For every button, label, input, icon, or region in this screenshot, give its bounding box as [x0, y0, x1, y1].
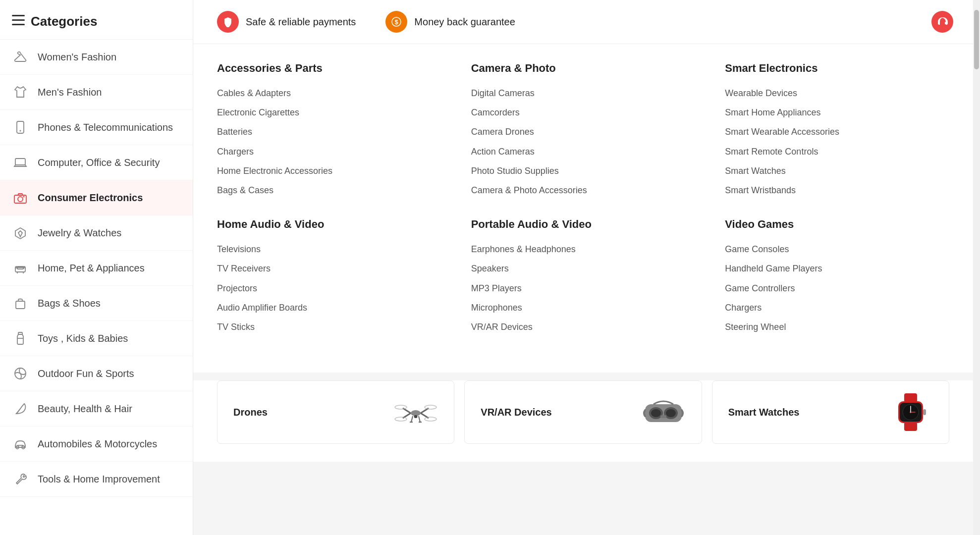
promo-card-title-smart-watches: Smart Watches [728, 407, 800, 418]
category-link[interactable]: MP3 Players [471, 279, 696, 298]
sidebar-item-label: Automobiles & Motorcycles [38, 438, 157, 450]
hanger-icon [12, 49, 29, 65]
ball-icon [12, 365, 29, 382]
section-title-camera: Camera & Photo [471, 62, 696, 75]
category-link[interactable]: Electronic Cigarettes [217, 103, 441, 122]
svg-rect-2 [12, 24, 25, 25]
svg-rect-1 [12, 19, 25, 21]
money-back-icon: $ [385, 11, 407, 33]
sidebar-item-phones-telecom[interactable]: Phones & Telecommunications [0, 110, 193, 145]
category-link[interactable]: Earphones & Headphones [471, 240, 696, 259]
svg-point-31 [425, 417, 436, 421]
vr-image [641, 395, 686, 429]
category-link[interactable]: Action Cameras [471, 142, 696, 161]
category-link[interactable]: Microphones [471, 298, 696, 318]
svg-point-8 [23, 196, 25, 198]
section-title-smart-electronics: Smart Electronics [725, 62, 949, 75]
category-link[interactable]: Game Consoles [725, 240, 949, 259]
category-link[interactable]: Digital Cameras [471, 84, 696, 103]
categories-column-2: Camera & Photo Digital Cameras Camcorder… [471, 62, 696, 355]
category-link[interactable]: Home Electronic Accessories [217, 161, 441, 181]
promo-card-vr-ar[interactable]: VR/AR Devices [464, 380, 702, 444]
category-link[interactable]: Camcorders [471, 103, 696, 122]
camera-icon [12, 189, 29, 206]
category-link[interactable]: Batteries [217, 122, 441, 142]
categories-grid: Accessories & Parts Cables & Adapters El… [217, 62, 949, 355]
category-link[interactable]: Bags & Cases [217, 181, 441, 200]
bottle-icon [12, 330, 29, 347]
svg-rect-5 [15, 159, 25, 165]
sidebar-item-consumer-electronics[interactable]: Consumer Electronics [0, 180, 193, 215]
svg-point-41 [666, 409, 676, 417]
sidebar-item-computer-office[interactable]: Computer, Office & Security [0, 145, 193, 180]
promo-card-smart-watches[interactable]: Smart Watches [712, 380, 949, 444]
category-link[interactable]: Camera & Photo Accessories [471, 181, 696, 200]
category-link[interactable]: Speakers [471, 259, 696, 278]
svg-rect-22 [945, 22, 946, 24]
svg-point-28 [395, 405, 407, 409]
sidebar-item-label: Women's Fashion [38, 52, 116, 63]
sidebar-title: Categories [31, 14, 97, 29]
category-link[interactable]: Chargers [725, 298, 949, 318]
category-link[interactable]: Photo Studio Supplies [471, 161, 696, 181]
svg-rect-44 [904, 422, 917, 431]
scrollbar-thumb[interactable] [974, 10, 979, 69]
category-link[interactable]: TV Sticks [217, 318, 441, 337]
bag-icon [12, 295, 29, 312]
sidebar-item-jewelry-watches[interactable]: Jewelry & Watches [0, 215, 193, 251]
category-link[interactable]: Wearable Devices [725, 84, 949, 103]
sidebar-item-home-pet-appliances[interactable]: Home, Pet & Appliances [0, 251, 193, 286]
banner-safe-payments: Safe & reliable payments [217, 11, 356, 33]
phone-icon [12, 119, 29, 136]
category-section-home-audio: Home Audio & Video Televisions TV Receiv… [217, 218, 441, 337]
category-link[interactable]: Smart Watches [725, 161, 949, 181]
sidebar-item-toys-kids-babies[interactable]: Toys , Kids & Babies [0, 321, 193, 356]
sidebar-item-womens-fashion[interactable]: Women's Fashion [0, 40, 193, 75]
sidebar-item-beauty-health-hair[interactable]: Beauty, Health & Hair [0, 391, 193, 427]
laptop-icon [12, 154, 29, 171]
promo-cards: Drones [193, 380, 973, 462]
headset-icon[interactable] [931, 11, 953, 33]
svg-marker-10 [18, 231, 22, 237]
promo-card-title-drones: Drones [233, 407, 268, 418]
category-link[interactable]: Game Controllers [725, 279, 949, 298]
category-link[interactable]: Audio Amplifier Boards [217, 298, 441, 318]
category-link[interactable]: Handheld Game Players [725, 259, 949, 278]
category-link[interactable]: Camera Drones [471, 122, 696, 142]
sidebar-item-mens-fashion[interactable]: Men's Fashion [0, 75, 193, 110]
sidebar-item-label: Home, Pet & Appliances [38, 263, 145, 274]
category-link[interactable]: Cables & Adapters [217, 84, 441, 103]
section-title-portable-audio: Portable Audio & Video [471, 218, 696, 231]
drone-image [393, 395, 438, 429]
sidebar-item-label: Outdoor Fun & Sports [38, 368, 134, 379]
sidebar-item-label: Men's Fashion [38, 87, 102, 98]
category-link[interactable]: Smart Home Appliances [725, 103, 949, 122]
category-link[interactable]: Smart Remote Controls [725, 142, 949, 161]
sidebar-item-tools-home[interactable]: Tools & Home Improvement [0, 462, 193, 497]
category-link[interactable]: TV Receivers [217, 259, 441, 278]
svg-line-34 [419, 416, 420, 422]
scrollbar-track[interactable] [973, 0, 980, 535]
category-link[interactable]: Televisions [217, 240, 441, 259]
category-link[interactable]: Projectors [217, 279, 441, 298]
sidebar-item-label: Phones & Telecommunications [38, 122, 173, 133]
sidebar-item-bags-shoes[interactable]: Bags & Shoes [0, 286, 193, 321]
category-link[interactable]: VR/AR Devices [471, 318, 696, 337]
category-link[interactable]: Chargers [217, 142, 441, 161]
categories-column-1: Accessories & Parts Cables & Adapters El… [217, 62, 441, 355]
svg-point-30 [395, 417, 407, 421]
safe-payments-icon [217, 11, 239, 33]
category-link[interactable]: Smart Wearable Accessories [725, 122, 949, 142]
section-title-video-games: Video Games [725, 218, 949, 231]
section-title-accessories: Accessories & Parts [217, 62, 441, 75]
sidebar-item-automobiles[interactable]: Automobiles & Motorcycles [0, 427, 193, 462]
category-link[interactable]: Smart Wristbands [725, 181, 949, 200]
svg-point-32 [414, 415, 418, 418]
promo-card-drones[interactable]: Drones [217, 380, 454, 444]
sidebar-item-outdoor-sports[interactable]: Outdoor Fun & Sports [0, 356, 193, 391]
safe-payments-text: Safe & reliable payments [246, 16, 356, 28]
car-icon [12, 435, 29, 452]
svg-rect-21 [938, 22, 940, 24]
category-section-accessories-parts: Accessories & Parts Cables & Adapters El… [217, 62, 441, 200]
category-link[interactable]: Steering Wheel [725, 318, 949, 337]
